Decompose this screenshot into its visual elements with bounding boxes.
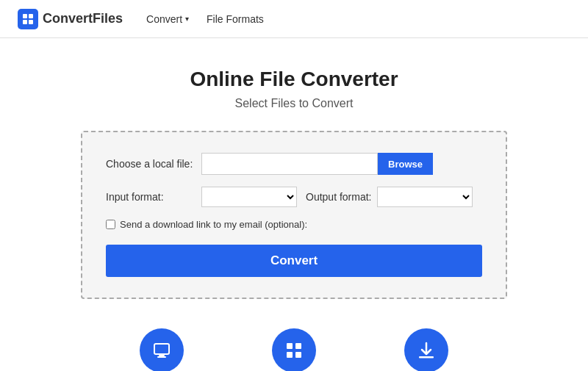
brand-logo: ConvertFiles [18, 9, 123, 29]
svg-rect-7 [287, 343, 293, 349]
brand-name: ConvertFiles [43, 11, 123, 26]
format-row: Input format: Output format: [106, 187, 482, 207]
output-format-select[interactable] [377, 187, 473, 207]
page-subtitle: Select Files to Convert [235, 97, 354, 110]
email-row: Send a download link to my email (option… [106, 219, 482, 230]
browse-button[interactable]: Browse [378, 153, 433, 175]
input-format-select[interactable] [201, 187, 297, 207]
svg-rect-5 [159, 355, 165, 356]
input-format-label: Input format: [106, 191, 201, 203]
nav-convert-label: Convert [146, 13, 182, 25]
page-title: Online File Converter [190, 68, 398, 91]
svg-rect-9 [287, 352, 293, 358]
navbar: ConvertFiles Convert ▾ File Formats [0, 0, 588, 38]
svg-rect-6 [157, 356, 166, 358]
svg-rect-3 [29, 20, 33, 24]
nav-convert-link[interactable]: Convert ▾ [146, 13, 189, 25]
chevron-down-icon: ▾ [185, 15, 189, 23]
steps-section: Step 1 Select a file from your computer … [74, 328, 514, 371]
step-1: Step 1 Select a file from your computer [96, 328, 228, 371]
svg-rect-8 [295, 343, 301, 349]
main-content: Online File Converter Select Files to Co… [0, 38, 588, 371]
step-2-icon-wrapper [272, 328, 316, 371]
file-text-input[interactable] [201, 153, 378, 175]
email-label: Send a download link to my email (option… [120, 219, 307, 230]
local-file-label: Choose a local file: [106, 158, 201, 170]
nav-file-formats-link[interactable]: File Formats [207, 13, 264, 25]
nav-file-formats-label: File Formats [207, 13, 264, 25]
converter-box: Choose a local file: Browse Input format… [81, 131, 507, 299]
svg-rect-10 [295, 352, 301, 358]
file-row: Choose a local file: Browse [106, 153, 482, 175]
nav-links: Convert ▾ File Formats [146, 13, 264, 25]
file-input-group: Browse [201, 153, 433, 175]
step-3-icon-wrapper [404, 328, 448, 371]
steps-container: Step 1 Select a file from your computer … [74, 328, 514, 371]
logo-icon [18, 9, 38, 29]
output-format-label: Output format: [306, 191, 371, 203]
step-3: Step 3 Download your converted file imme… [360, 328, 492, 371]
svg-rect-4 [154, 344, 169, 354]
convert-button[interactable]: Convert [106, 245, 482, 277]
svg-rect-2 [23, 20, 27, 24]
email-checkbox[interactable] [106, 220, 115, 229]
svg-rect-0 [23, 14, 27, 18]
step-2: Step 2 Choose a destination format. (We … [228, 328, 360, 371]
svg-rect-11 [419, 356, 434, 359]
step-1-icon-wrapper [140, 328, 184, 371]
svg-rect-1 [29, 14, 33, 18]
